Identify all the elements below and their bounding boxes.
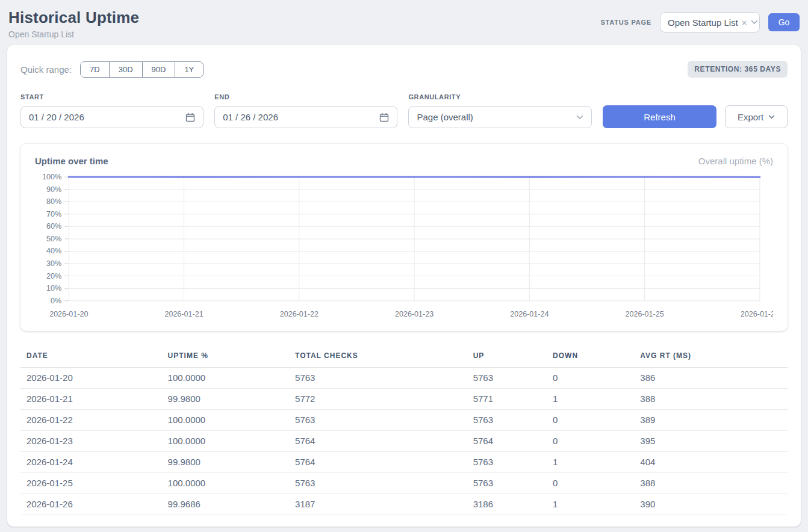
uptime-table: DATEUPTIME %TOTAL CHECKSUPDOWNAVG RT (MS… xyxy=(20,347,788,515)
chart-title: Uptime over time xyxy=(35,156,108,166)
table-column-header: UPTIME % xyxy=(168,347,295,368)
table-row: 2026-01-25100.0000576357630388 xyxy=(20,473,788,494)
table-row: 2026-01-2499.9800576457631404 xyxy=(20,452,788,473)
table-cell: 5763 xyxy=(473,452,553,473)
end-date-input[interactable]: 01 / 26 / 2026 xyxy=(214,106,397,128)
table-column-header: UP xyxy=(473,347,553,368)
svg-text:70%: 70% xyxy=(46,210,61,218)
go-button[interactable]: Go xyxy=(768,13,800,31)
table-row: 2026-01-2199.9800577257711388 xyxy=(20,389,788,410)
svg-text:80%: 80% xyxy=(46,197,61,206)
table-cell: 100.0000 xyxy=(168,473,295,494)
table-row: 2026-01-22100.0000576357630389 xyxy=(20,410,788,431)
table-cell: 99.9800 xyxy=(168,452,295,473)
svg-text:2026-01-25: 2026-01-25 xyxy=(625,310,663,318)
chart-header: Uptime over time Overall uptime (%) xyxy=(35,156,773,166)
table-row: 2026-01-20100.0000576357630386 xyxy=(20,368,788,389)
table-header-row: DATEUPTIME %TOTAL CHECKSUPDOWNAVG RT (MS… xyxy=(20,347,788,368)
calendar-icon[interactable] xyxy=(185,113,195,122)
table-cell: 100.0000 xyxy=(168,410,295,431)
table-cell: 3186 xyxy=(473,494,553,515)
table-cell: 5763 xyxy=(473,473,553,494)
svg-text:20%: 20% xyxy=(46,272,61,280)
svg-text:2026-01-20: 2026-01-20 xyxy=(49,310,88,318)
page-title: Historical Uptime xyxy=(8,8,139,27)
table-cell: 5764 xyxy=(295,431,473,452)
table-cell: 5763 xyxy=(295,473,473,494)
table-column-header: AVG RT (MS) xyxy=(640,347,788,368)
filter-row: START 01 / 20 / 2026 END xyxy=(20,93,788,128)
svg-text:2026-01-23: 2026-01-23 xyxy=(395,310,434,318)
granularity-label: GRANULARITY xyxy=(408,93,591,101)
table-cell: 388 xyxy=(640,473,788,494)
table-cell: 386 xyxy=(640,368,788,389)
svg-text:100%: 100% xyxy=(42,173,61,181)
table-cell: 1 xyxy=(553,389,640,410)
chart-legend: Overall uptime (%) xyxy=(698,156,773,166)
table-cell: 100.0000 xyxy=(168,368,295,389)
clear-selection-icon[interactable]: × xyxy=(742,18,747,27)
svg-text:30%: 30% xyxy=(46,259,61,268)
table-cell: 0 xyxy=(553,473,640,494)
uptime-line-chart: 0%10%20%30%40%50%60%70%80%90%100%2026-01… xyxy=(35,171,773,323)
chevron-down-icon xyxy=(768,115,775,119)
calendar-icon[interactable] xyxy=(379,113,389,122)
table-cell: 2026-01-20 xyxy=(20,368,168,389)
table-cell: 5763 xyxy=(473,410,553,431)
end-date-label: END xyxy=(214,93,397,101)
table-cell: 0 xyxy=(553,368,640,389)
granularity-selected-value: Page (overall) xyxy=(417,112,473,122)
table-cell: 389 xyxy=(640,410,788,431)
table-cell: 0 xyxy=(553,431,640,452)
table-row: 2026-01-2699.9686318731861390 xyxy=(20,494,788,515)
start-date-label: START xyxy=(20,93,204,101)
status-page-label: STATUS PAGE xyxy=(600,19,651,26)
quick-range-30d-button[interactable]: 30D xyxy=(110,62,143,77)
table-cell: 5763 xyxy=(295,368,473,389)
start-date-input[interactable]: 01 / 20 / 2026 xyxy=(20,106,204,128)
uptime-chart-card: Uptime over time Overall uptime (%) 0%10… xyxy=(20,144,788,331)
table-cell: 1 xyxy=(553,452,640,473)
historical-uptime-page: Historical Uptime Open Startup List STAT… xyxy=(0,0,808,532)
table-cell: 0 xyxy=(553,410,640,431)
main-card: Quick range: 7D 30D 90D 1Y RETENTION: 36… xyxy=(7,45,801,527)
table-cell: 390 xyxy=(640,494,788,515)
granularity-field: GRANULARITY Page (overall) xyxy=(408,93,591,128)
table-cell: 5763 xyxy=(295,410,473,431)
end-date-field: END 01 / 26 / 2026 xyxy=(214,93,397,128)
page-subtitle: Open Startup List xyxy=(8,29,139,39)
table-cell: 5764 xyxy=(295,452,473,473)
refresh-button[interactable]: Refresh xyxy=(603,105,717,128)
table-row: 2026-01-23100.0000576457640395 xyxy=(20,431,788,452)
table-cell: 2026-01-26 xyxy=(20,494,168,515)
table-cell: 388 xyxy=(640,389,788,410)
quick-range-row: Quick range: 7D 30D 90D 1Y RETENTION: 36… xyxy=(20,61,788,78)
svg-text:60%: 60% xyxy=(46,222,61,230)
status-page-select[interactable]: Open Startup List × xyxy=(660,12,760,32)
svg-text:10%: 10% xyxy=(46,284,61,292)
retention-badge: RETENTION: 365 DAYS xyxy=(688,61,788,78)
granularity-select[interactable]: Page (overall) xyxy=(408,106,591,128)
table-cell: 3187 xyxy=(295,494,473,515)
quick-range-90d-button[interactable]: 90D xyxy=(143,62,176,77)
quick-range-7d-button[interactable]: 7D xyxy=(81,62,110,77)
table-cell: 2026-01-21 xyxy=(20,389,168,410)
table-cell: 395 xyxy=(640,431,788,452)
table-column-header: DATE xyxy=(20,347,168,368)
table-cell: 404 xyxy=(640,452,788,473)
table-cell: 2026-01-23 xyxy=(20,431,168,452)
start-date-field: START 01 / 20 / 2026 xyxy=(20,93,204,128)
topbar-controls: STATUS PAGE Open Startup List × Go xyxy=(600,12,800,32)
svg-text:2026-01-26: 2026-01-26 xyxy=(741,310,773,318)
svg-text:90%: 90% xyxy=(46,185,61,194)
svg-text:2026-01-24: 2026-01-24 xyxy=(510,310,549,318)
table-cell: 2026-01-25 xyxy=(20,473,168,494)
table-cell: 100.0000 xyxy=(168,431,295,452)
quick-range-1y-button[interactable]: 1Y xyxy=(175,62,203,77)
status-page-selected-value: Open Startup List xyxy=(668,17,738,28)
export-button-label: Export xyxy=(738,112,763,122)
svg-text:2026-01-22: 2026-01-22 xyxy=(280,310,319,318)
export-button[interactable]: Export xyxy=(725,105,788,128)
table-cell: 2026-01-22 xyxy=(20,410,168,431)
table-cell: 5772 xyxy=(295,389,473,410)
